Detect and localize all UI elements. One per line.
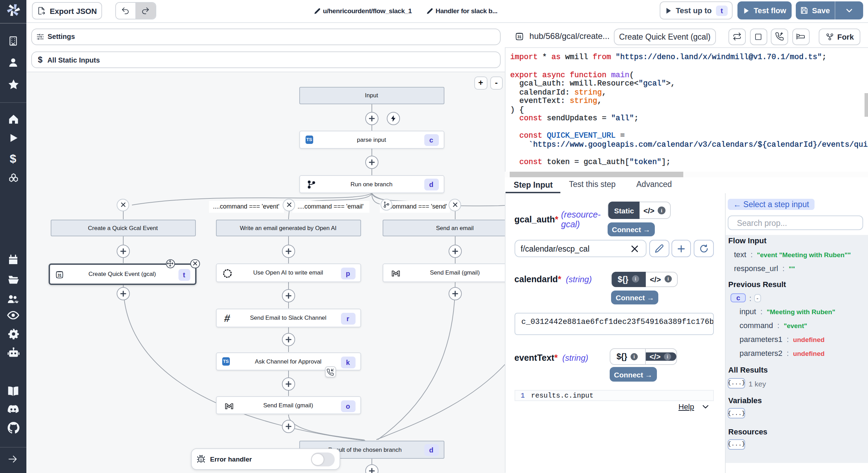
svg-text:i: i [635,277,636,282]
svg-text:i: i [667,277,669,282]
svg-text:i: i [667,354,668,359]
svg-text:i: i [661,207,662,213]
svg-text:i: i [634,354,635,359]
svg-text:31: 31 [518,35,522,39]
